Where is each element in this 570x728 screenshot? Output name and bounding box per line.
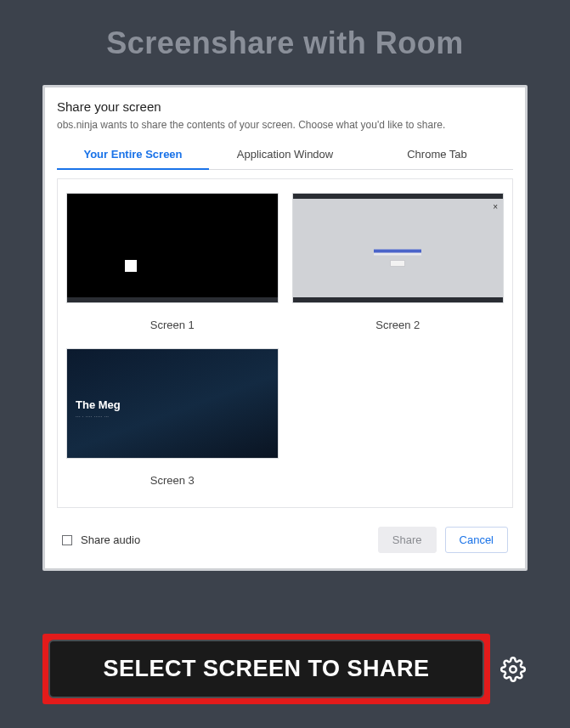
cancel-button[interactable]: Cancel bbox=[445, 527, 508, 553]
gear-icon bbox=[500, 657, 526, 682]
thumb-movie-sub: ··· · ···· ····· ··· bbox=[76, 414, 109, 419]
select-button-highlight: SELECT SCREEN TO SHARE bbox=[42, 634, 490, 704]
dialog-title: Share your screen bbox=[57, 99, 513, 119]
dialog-subtitle: obs.ninja wants to share the contents of… bbox=[57, 119, 513, 141]
svg-point-0 bbox=[510, 666, 516, 673]
share-screen-dialog: Share your screen obs.ninja wants to sha… bbox=[42, 85, 528, 571]
screen-thumb-1 bbox=[66, 193, 279, 303]
screen-option-3[interactable]: The Meg ··· · ···· ····· ··· Screen 3 bbox=[66, 348, 279, 487]
tab-entire-screen[interactable]: Your Entire Screen bbox=[57, 141, 209, 169]
page-title: Screenshare with Room bbox=[0, 0, 570, 85]
screen-thumb-3: The Meg ··· · ···· ····· ··· bbox=[66, 348, 279, 459]
screen-label-1: Screen 1 bbox=[66, 319, 279, 331]
tab-application-window[interactable]: Application Window bbox=[209, 141, 361, 169]
screen-label-2: Screen 2 bbox=[292, 319, 505, 331]
settings-button[interactable] bbox=[499, 655, 528, 684]
select-screen-button[interactable]: SELECT SCREEN TO SHARE bbox=[48, 640, 484, 698]
share-button[interactable]: Share bbox=[378, 527, 437, 553]
share-audio-checkbox[interactable] bbox=[62, 535, 72, 545]
screen-option-2[interactable]: × Screen 2 bbox=[292, 193, 505, 331]
screen-label-3: Screen 3 bbox=[66, 474, 279, 487]
footer-row: SELECT SCREEN TO SHARE bbox=[42, 634, 528, 704]
tab-chrome-tab[interactable]: Chrome Tab bbox=[361, 141, 513, 169]
share-audio-label: Share audio bbox=[81, 533, 140, 546]
screen-grid: Screen 1 × Screen 2 The Meg ··· · ···· ·… bbox=[57, 178, 513, 508]
close-icon: × bbox=[493, 202, 498, 212]
tabs: Your Entire Screen Application Window Ch… bbox=[57, 141, 513, 170]
thumb-movie-title: The Meg bbox=[76, 398, 121, 411]
screen-option-1[interactable]: Screen 1 bbox=[66, 193, 279, 331]
screen-thumb-2: × bbox=[292, 193, 505, 303]
dialog-footer: Share audio Share Cancel bbox=[57, 508, 513, 556]
